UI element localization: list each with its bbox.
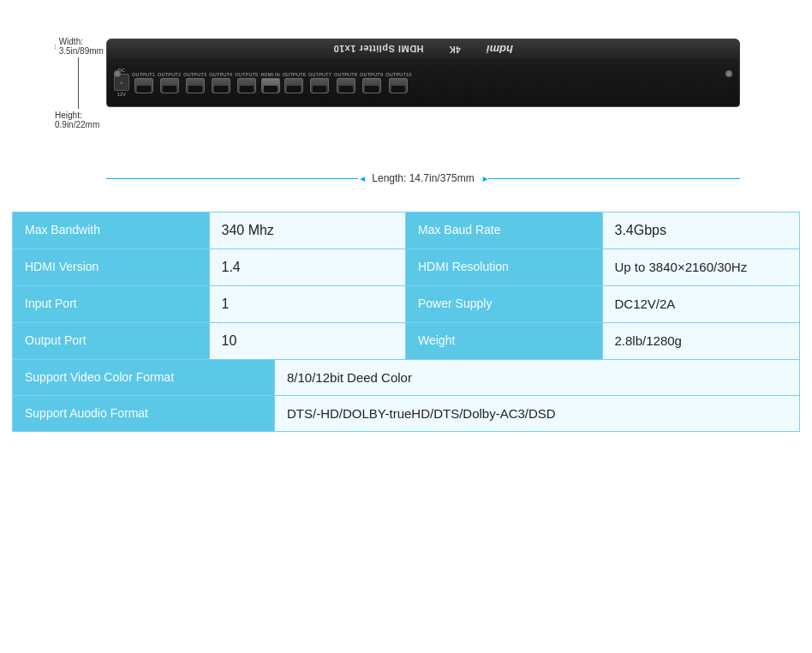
- hdmi-logo: hdmi: [487, 43, 513, 56]
- cell-max-bandwith-header: Max Bandwith: [13, 213, 210, 249]
- cell-audio-format-header: Support Auodio Format: [13, 396, 275, 431]
- port-output9: OUTPUT9: [360, 72, 383, 93]
- cell-max-bandwith-value: 340 Mhz: [210, 213, 407, 249]
- product-subtitle-flipped: 4K: [449, 45, 461, 54]
- port-output8: OUTPUT8: [334, 72, 357, 93]
- cell-input-port-header: Input Port: [13, 286, 210, 322]
- cell-max-baud-rate-header: Max Baud Rate: [406, 213, 603, 249]
- length-dimension: ◄ Length: 14.7in/375mm ►: [106, 172, 740, 184]
- screw-tl: [114, 70, 121, 77]
- cell-hdmi-resolution-value: Up to 3840×2160/30Hz: [603, 249, 800, 285]
- cell-hdmi-version-value: 1.4: [210, 249, 407, 285]
- port-output3: OUTPUT3: [183, 72, 206, 93]
- port-output4: OUTPUT4: [209, 72, 232, 93]
- cell-power-supply-header: Power Supply: [406, 286, 603, 322]
- cell-output-port-value: 10: [210, 323, 407, 359]
- cell-video-format-value: 8/10/12bit Deed Color: [275, 360, 799, 395]
- height-label: Height: 0.9in/22mm: [55, 111, 102, 129]
- specs-row-5: Support Video Color Format 8/10/12bit De…: [13, 360, 799, 396]
- cell-output-port-header: Output Port: [13, 323, 210, 359]
- specs-table: Max Bandwith 340 Mhz Max Baud Rate 3.4Gb…: [12, 212, 800, 432]
- port-output6: OUTPUT6: [283, 72, 306, 93]
- cell-power-supply-value: DC12V/2A: [603, 286, 800, 322]
- cell-video-format-header: Support Video Color Format: [13, 360, 275, 395]
- port-output7: OUTPUT7: [308, 72, 331, 93]
- specs-row-1: Max Bandwith 340 Mhz Max Baud Rate 3.4Gb…: [13, 213, 799, 249]
- device-container: ↕ Width: 3.5in/89mm Height: 0.9in/22mm H…: [55, 13, 757, 184]
- width-dimension: ↕ Width: 3.5in/89mm Height: 0.9in/22mm: [55, 37, 102, 129]
- product-title-flipped: HDMI Splitter 1x10: [333, 44, 424, 54]
- screw-tr: [725, 70, 732, 77]
- cell-weight-header: Weight: [406, 323, 603, 359]
- cell-hdmi-resolution-header: HDMI Resolution: [406, 249, 603, 285]
- cell-input-port-value: 1: [210, 286, 407, 322]
- cell-max-baud-rate-value: 3.4Gbps: [603, 213, 800, 249]
- cell-audio-format-value: DTS/-HD/DOLBY-trueHD/DTS/Dolby-AC3/DSD: [275, 396, 799, 431]
- port-output10: OUTPUT10: [385, 72, 411, 93]
- port-output2: OUTPUT2: [158, 72, 181, 93]
- port-output5: OUTPUT5: [235, 72, 258, 93]
- port-hdmi-in: HDMI IN: [260, 72, 279, 93]
- cell-weight-value: 2.8lb/1280g: [603, 323, 800, 359]
- specs-row-4: Output Port 10 Weight 2.8lb/1280g: [13, 323, 799, 360]
- page-wrapper: ↕ Width: 3.5in/89mm Height: 0.9in/22mm H…: [0, 0, 812, 653]
- specs-row-2: HDMI Version 1.4 HDMI Resolution Up to 3…: [13, 249, 799, 286]
- product-section: ↕ Width: 3.5in/89mm Height: 0.9in/22mm H…: [17, 13, 795, 201]
- splitter-top-face: HDMI Splitter 1x10 4K hdmi: [107, 39, 739, 58]
- splitter-device: HDMI Splitter 1x10 4K hdmi DC ⏚ 12V OUTP…: [106, 39, 740, 107]
- length-label: Length: 14.7in/375mm: [365, 172, 481, 184]
- width-label: Width: 3.5in/89mm: [59, 37, 104, 56]
- cell-hdmi-version-header: HDMI Version: [13, 249, 210, 285]
- specs-row-6: Support Auodio Format DTS/-HD/DOLBY-true…: [13, 396, 799, 431]
- port-output1: OUTPUT1: [132, 72, 155, 93]
- ports-row: DC ⏚ 12V OUTPUT1 OUTPUT2: [107, 58, 739, 106]
- specs-row-3: Input Port 1 Power Supply DC12V/2A: [13, 286, 799, 323]
